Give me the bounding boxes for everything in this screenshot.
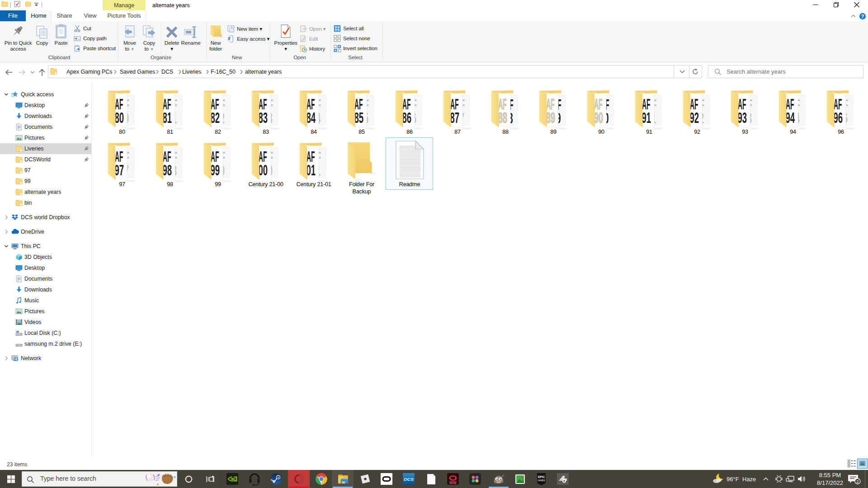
svg-text:86: 86 — [402, 109, 412, 126]
svg-text:94: 94 — [786, 109, 795, 126]
svg-text:EPIC: EPIC — [538, 475, 545, 479]
svg-text:00: 00 — [259, 161, 268, 178]
svg-text:?: ? — [861, 14, 864, 19]
svg-text:MOVIE: MOVIE — [450, 482, 457, 484]
svg-text:82: 82 — [211, 109, 220, 126]
svg-text:85: 85 — [354, 109, 364, 126]
svg-text:81: 81 — [163, 109, 172, 126]
svg-text:GAMES: GAMES — [538, 479, 545, 482]
svg-text:01: 01 — [307, 161, 316, 178]
svg-text:83: 83 — [259, 109, 268, 126]
svg-text:DCS: DCS — [404, 477, 414, 482]
svg-text:96: 96 — [834, 109, 843, 126]
svg-text:90: 90 — [594, 109, 604, 126]
svg-text:2: 2 — [856, 479, 859, 484]
svg-text:88: 88 — [498, 109, 508, 126]
svg-text:84: 84 — [307, 109, 316, 126]
svg-text:97: 97 — [115, 161, 124, 178]
svg-text:80: 80 — [115, 109, 124, 126]
svg-text:89: 89 — [546, 109, 556, 126]
svg-text:91: 91 — [642, 109, 651, 126]
svg-text:87: 87 — [450, 109, 460, 126]
svg-text:93: 93 — [738, 109, 747, 126]
svg-text:98: 98 — [163, 161, 172, 178]
svg-text:92: 92 — [690, 109, 699, 126]
svg-text:99: 99 — [211, 161, 220, 178]
